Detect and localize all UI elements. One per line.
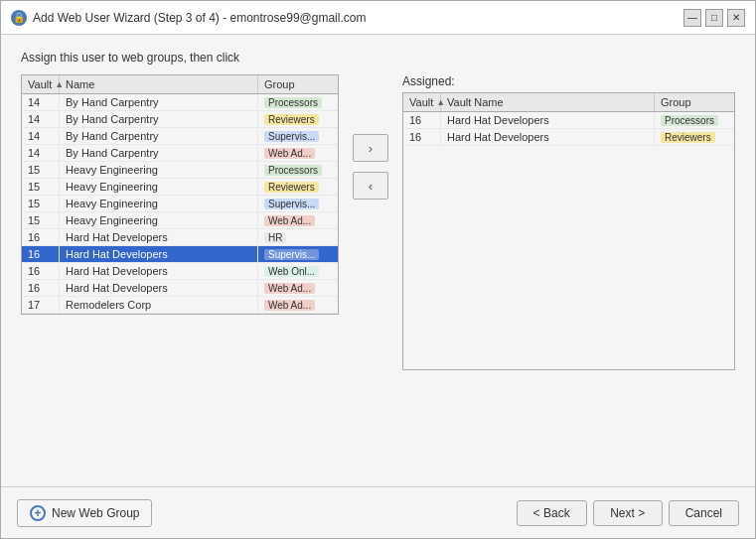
right-table: Vault ▲ Vault Name Group 16Hard Hat Deve… <box>402 92 735 370</box>
cell-name: By Hand Carpentry <box>60 128 258 144</box>
minimize-button[interactable]: — <box>683 9 701 27</box>
right-table-row[interactable]: 16Hard Hat DevelopersProcessors <box>403 112 734 129</box>
left-col-group: Group <box>258 75 338 93</box>
left-table-row[interactable]: 14By Hand CarpentryWeb Ad... <box>22 145 338 162</box>
right-col-vault: Vault ▲ <box>403 93 441 111</box>
content-area: Assign this user to web groups, then cli… <box>1 35 755 486</box>
cell-group: Web Ad... <box>258 280 338 296</box>
cell-vault: 15 <box>22 179 60 195</box>
cell-vault-name: Hard Hat Developers <box>441 129 655 145</box>
cell-vault: 14 <box>22 128 60 144</box>
left-table-row[interactable]: 16Hard Hat DevelopersHR <box>22 229 338 246</box>
cell-group: Processors <box>258 162 338 178</box>
left-table-row[interactable]: 16Hard Hat DevelopersWeb Onl... <box>22 263 338 280</box>
footer: + New Web Group < Back Next > Cancel <box>1 486 755 538</box>
cell-group: Supervis... <box>258 196 338 211</box>
window-title: Add Web User Wizard (Step 3 of 4) - emon… <box>33 11 366 25</box>
cell-vault: 16 <box>22 246 60 262</box>
window-icon: 🔒 <box>11 10 27 26</box>
cell-group: Processors <box>258 94 338 110</box>
cell-group: Reviewers <box>655 129 734 145</box>
left-table-row[interactable]: 16Hard Hat DevelopersSupervis... <box>22 246 338 263</box>
left-table-row[interactable]: 14By Hand CarpentrySupervis... <box>22 128 338 145</box>
cell-vault: 16 <box>22 229 60 245</box>
cell-name: By Hand Carpentry <box>60 94 258 110</box>
cell-vault: 14 <box>22 94 60 110</box>
instruction-text: Assign this user to web groups, then cli… <box>21 51 735 65</box>
cell-name: Heavy Engineering <box>60 162 258 178</box>
cell-group: HR <box>258 229 338 245</box>
left-table-row[interactable]: 15Heavy EngineeringWeb Ad... <box>22 212 338 229</box>
left-col-vault: Vault ▲ <box>22 75 60 93</box>
left-table-header: Vault ▲ Name Group <box>22 75 338 94</box>
cell-vault: 15 <box>22 196 60 211</box>
left-table-row[interactable]: 14By Hand CarpentryProcessors <box>22 94 338 111</box>
left-col-name: Name <box>60 75 258 93</box>
left-table-row[interactable]: 14By Hand CarpentryReviewers <box>22 111 338 128</box>
cell-group: Processors <box>655 112 734 128</box>
right-col-vault-name: Vault Name <box>441 93 655 111</box>
left-table-row[interactable]: 15Heavy EngineeringReviewers <box>22 179 338 196</box>
left-table-row[interactable]: 16Hard Hat DevelopersWeb Ad... <box>22 280 338 297</box>
right-table-row[interactable]: 16Hard Hat DevelopersReviewers <box>403 129 734 146</box>
panels-row: Vault ▲ Name Group 14By Hand CarpentryPr… <box>21 74 735 471</box>
cell-vault: 16 <box>403 112 441 128</box>
back-button[interactable]: < Back <box>517 500 587 526</box>
left-table-row[interactable]: 15Heavy EngineeringSupervis... <box>22 196 338 212</box>
cell-group: Web Ad... <box>258 297 338 313</box>
new-group-icon: + <box>30 505 46 521</box>
cell-name: Hard Hat Developers <box>60 263 258 279</box>
cell-vault: 16 <box>22 280 60 296</box>
move-left-button[interactable]: ‹ <box>353 172 388 200</box>
cell-name: Hard Hat Developers <box>60 246 258 262</box>
middle-buttons: › ‹ <box>339 134 402 200</box>
assigned-label: Assigned: <box>402 74 735 88</box>
right-table-body[interactable]: 16Hard Hat DevelopersProcessors16Hard Ha… <box>403 112 734 146</box>
cell-vault: 17 <box>22 297 60 313</box>
cell-name: Heavy Engineering <box>60 212 258 228</box>
cell-vault: 16 <box>403 129 441 145</box>
maximize-button[interactable]: □ <box>705 9 723 27</box>
title-bar-left: 🔒 Add Web User Wizard (Step 3 of 4) - em… <box>11 10 366 26</box>
left-panel: Vault ▲ Name Group 14By Hand CarpentryPr… <box>21 74 339 315</box>
cell-vault: 15 <box>22 162 60 178</box>
left-table: Vault ▲ Name Group 14By Hand CarpentryPr… <box>21 74 339 315</box>
right-table-header: Vault ▲ Vault Name Group <box>403 93 734 112</box>
cell-name: Remodelers Corp <box>60 297 258 313</box>
left-table-row[interactable]: 17Remodelers CorpWeb Ad... <box>22 297 338 314</box>
cell-group: Web Ad... <box>258 145 338 161</box>
cell-name: By Hand Carpentry <box>60 145 258 161</box>
cell-name: Hard Hat Developers <box>60 229 258 245</box>
nav-buttons: < Back Next > Cancel <box>517 500 739 526</box>
new-web-group-button[interactable]: + New Web Group <box>17 499 152 527</box>
title-bar: 🔒 Add Web User Wizard (Step 3 of 4) - em… <box>1 1 755 35</box>
cell-group: Reviewers <box>258 179 338 195</box>
right-panel: Assigned: Vault ▲ Vault Name Group 16Har… <box>402 74 735 370</box>
cell-group: Supervis... <box>258 246 338 262</box>
cell-vault: 16 <box>22 263 60 279</box>
cell-name: Heavy Engineering <box>60 179 258 195</box>
cell-name: By Hand Carpentry <box>60 111 258 127</box>
cell-vault: 14 <box>22 111 60 127</box>
cell-group: Web Ad... <box>258 212 338 228</box>
cell-group: Web Onl... <box>258 263 338 279</box>
cell-group: Reviewers <box>258 111 338 127</box>
cell-name: Heavy Engineering <box>60 196 258 211</box>
cell-name: Hard Hat Developers <box>60 280 258 296</box>
left-table-body[interactable]: 14By Hand CarpentryProcessors14By Hand C… <box>22 94 338 314</box>
close-button[interactable]: ✕ <box>727 9 745 27</box>
new-group-label: New Web Group <box>52 506 139 520</box>
cell-vault-name: Hard Hat Developers <box>441 112 655 128</box>
cell-vault: 15 <box>22 212 60 228</box>
cancel-button[interactable]: Cancel <box>669 500 739 526</box>
next-button[interactable]: Next > <box>593 500 663 526</box>
cell-vault: 14 <box>22 145 60 161</box>
left-table-row[interactable]: 15Heavy EngineeringProcessors <box>22 162 338 179</box>
move-right-button[interactable]: › <box>353 134 388 162</box>
main-window: 🔒 Add Web User Wizard (Step 3 of 4) - em… <box>0 0 756 539</box>
title-bar-buttons: — □ ✕ <box>683 9 745 27</box>
cell-group: Supervis... <box>258 128 338 144</box>
right-col-group: Group <box>655 93 734 111</box>
